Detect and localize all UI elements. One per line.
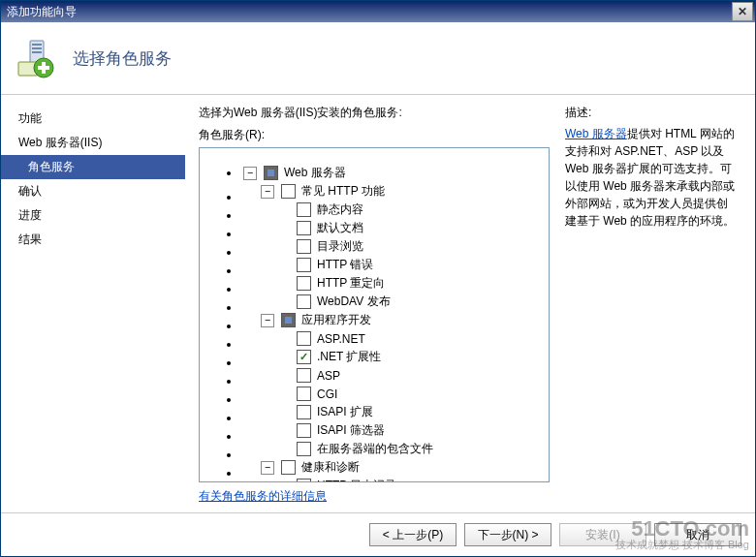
svg-rect-7: [38, 66, 49, 70]
tree-node-label: ASP.NET: [315, 332, 367, 346]
tree-node[interactable]: .NET 扩展性: [240, 348, 547, 366]
install-button: 安装(I): [559, 523, 646, 546]
tree-node-label: 静态内容: [315, 201, 365, 218]
checkbox[interactable]: [297, 387, 311, 401]
prev-button[interactable]: < 上一步(P): [369, 523, 457, 546]
checkbox[interactable]: [297, 368, 311, 383]
content-pane: 选择为Web 服务器(IIS)安装的角色服务: 角色服务(R): −Web 服务…: [185, 95, 755, 512]
tree-node[interactable]: ASP: [240, 366, 547, 385]
tree-node[interactable]: HTTP 日志记录: [240, 477, 547, 482]
more-info-link[interactable]: 有关角色服务的详细信息: [199, 488, 550, 505]
tree-node-label: WebDAV 发布: [315, 294, 393, 310]
checkbox[interactable]: [297, 350, 311, 364]
next-button[interactable]: 下一步(N) >: [464, 523, 551, 546]
tree-node-label: ASP: [315, 369, 342, 383]
role-services-label: 角色服务(R):: [199, 127, 550, 143]
role-services-pane: 选择为Web 服务器(IIS)安装的角色服务: 角色服务(R): −Web 服务…: [199, 105, 550, 505]
tree-node-label: 目录浏览: [315, 238, 365, 255]
tree-node-label: HTTP 重定向: [315, 275, 387, 292]
role-services-tree[interactable]: −Web 服务器−常见 HTTP 功能静态内容默认文档目录浏览HTTP 错误HT…: [199, 147, 550, 482]
description-text: Web 服务器提供对 HTML 网站的支持和对 ASP.NET、ASP 以及 W…: [565, 125, 738, 230]
tree-node-label: Web 服务器: [282, 165, 348, 181]
svg-rect-2: [32, 47, 42, 49]
tree-node[interactable]: HTTP 重定向: [240, 274, 547, 293]
checkbox[interactable]: [297, 331, 311, 346]
tree-node[interactable]: WebDAV 发布: [240, 293, 547, 311]
sidebar-item-3[interactable]: 确认: [1, 179, 185, 203]
checkbox[interactable]: [281, 184, 296, 199]
tree-node[interactable]: ASP.NET: [240, 329, 547, 348]
tree-node-label: CGI: [315, 387, 339, 401]
checkbox[interactable]: [297, 258, 311, 272]
wizard-window: 添加功能向导 ✕ 选择角色服务 功能Web 服务器(IIS)角色服务确认进度结果…: [0, 0, 756, 557]
expander-icon[interactable]: −: [243, 167, 257, 180]
tree-node[interactable]: 目录浏览: [240, 237, 547, 256]
checkbox[interactable]: [297, 276, 311, 291]
close-icon[interactable]: ✕: [732, 2, 753, 21]
checkbox[interactable]: [297, 442, 311, 456]
tree-node-label: 应用程序开发: [299, 312, 373, 328]
checkbox[interactable]: [281, 460, 296, 475]
tree-node-label: ISAPI 筛选器: [315, 422, 387, 439]
tree-node[interactable]: CGI: [240, 385, 547, 403]
description-pane: 描述: Web 服务器提供对 HTML 网站的支持和对 ASP.NET、ASP …: [565, 105, 738, 505]
tree-node-label: 在服务器端的包含文件: [315, 441, 435, 457]
expander-icon[interactable]: −: [261, 314, 274, 327]
checkbox[interactable]: [297, 479, 311, 482]
tree-node-label: 默认文档: [315, 220, 365, 236]
tree-node[interactable]: −Web 服务器: [240, 164, 547, 182]
wizard-footer: < 上一步(P) 下一步(N) > 安装(I) 取消: [1, 512, 755, 556]
checkbox[interactable]: [297, 294, 311, 309]
tree-node-label: HTTP 日志记录: [315, 478, 398, 482]
tree-node[interactable]: ISAPI 扩展: [240, 403, 547, 421]
tree-node[interactable]: HTTP 错误: [240, 256, 547, 274]
tree-node-label: 健康和诊断: [299, 459, 362, 476]
svg-rect-1: [32, 44, 42, 46]
sidebar-item-1[interactable]: Web 服务器(IIS): [1, 131, 185, 155]
description-link[interactable]: Web 服务器: [565, 127, 627, 140]
tree-node-label: HTTP 错误: [315, 257, 375, 273]
tree-node[interactable]: −健康和诊断: [240, 458, 547, 477]
cancel-button[interactable]: 取消: [654, 523, 741, 546]
tree-node-label: .NET 扩展性: [315, 349, 383, 365]
tree-node[interactable]: 在服务器端的包含文件: [240, 440, 547, 458]
description-label: 描述:: [565, 105, 738, 121]
checkbox[interactable]: [297, 405, 311, 419]
sidebar-item-4[interactable]: 进度: [1, 203, 185, 228]
instruction-text: 选择为Web 服务器(IIS)安装的角色服务:: [199, 105, 550, 121]
tree-node[interactable]: ISAPI 筛选器: [240, 421, 547, 440]
tree-node-label: ISAPI 扩展: [315, 404, 375, 420]
sidebar-item-5[interactable]: 结果: [1, 228, 185, 252]
svg-rect-3: [32, 51, 42, 53]
tree-node-label: 常见 HTTP 功能: [299, 183, 387, 200]
tree-node[interactable]: 静态内容: [240, 201, 547, 219]
tree-node[interactable]: 默认文档: [240, 219, 547, 237]
wizard-header: 选择角色服务: [1, 22, 755, 95]
checkbox[interactable]: [281, 313, 296, 327]
description-body: 提供对 HTML 网站的支持和对 ASP.NET、ASP 以及 Web 服务器扩…: [565, 127, 735, 228]
titlebar: 添加功能向导 ✕: [1, 1, 755, 22]
checkbox[interactable]: [297, 239, 311, 254]
sidebar-item-0[interactable]: 功能: [1, 107, 185, 131]
server-role-icon: [15, 37, 57, 79]
nav-sidebar: 功能Web 服务器(IIS)角色服务确认进度结果: [1, 95, 185, 512]
expander-icon[interactable]: −: [261, 185, 274, 199]
sidebar-item-2[interactable]: 角色服务: [1, 155, 185, 179]
expander-icon[interactable]: −: [261, 461, 274, 475]
checkbox[interactable]: [297, 221, 311, 235]
page-title: 选择角色服务: [73, 47, 172, 70]
tree-node[interactable]: −应用程序开发: [240, 311, 547, 329]
tree-node[interactable]: −常见 HTTP 功能: [240, 182, 547, 201]
checkbox[interactable]: [264, 166, 278, 180]
checkbox[interactable]: [297, 202, 311, 217]
wizard-body: 功能Web 服务器(IIS)角色服务确认进度结果 选择为Web 服务器(IIS)…: [1, 95, 755, 512]
checkbox[interactable]: [297, 423, 311, 438]
window-title: 添加功能向导: [3, 4, 732, 20]
